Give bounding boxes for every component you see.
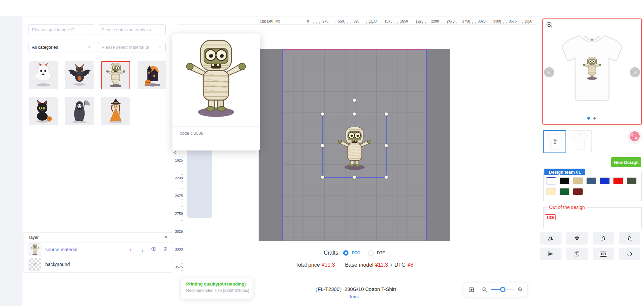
remove-background-button[interactable] (619, 248, 640, 260)
color-swatch-2[interactable] (559, 177, 570, 184)
color-swatch-4[interactable] (586, 177, 596, 184)
dtg-radio[interactable] (343, 250, 348, 256)
dtf-radio[interactable] (368, 250, 374, 256)
fit-to-screen-icon[interactable] (468, 287, 475, 293)
price-row: Total price ¥19.3 ： Base model ¥11.3 + D… (259, 261, 450, 268)
dtf-label[interactable]: DTF (377, 251, 385, 255)
color-swatch-8[interactable] (546, 188, 556, 195)
v-ruler-tick: 3300 (175, 247, 183, 251)
plus-dtg-label: + DTG (390, 262, 406, 268)
image-id-input[interactable] (28, 24, 95, 35)
selection-handle-nw[interactable] (321, 112, 324, 116)
translate-button[interactable]: 中 A (629, 130, 641, 142)
crafts-label: Crafts: (324, 250, 340, 256)
panel-scroll-thumb[interactable] (187, 147, 212, 218)
materials-search-input[interactable] (98, 24, 166, 35)
zoom-slider[interactable] (491, 287, 514, 292)
selection-handle-w[interactable] (321, 144, 324, 147)
h-ruler-tick: 3025 (478, 19, 485, 23)
material-thumb-haunted-pumpkin[interactable] (138, 61, 166, 89)
scissors-icon (547, 251, 554, 257)
h-ruler-tick: 0 (307, 19, 309, 23)
hd-icon: HD (600, 252, 607, 257)
magnify-preview-icon[interactable] (546, 21, 553, 29)
layer-label: source material (45, 247, 125, 252)
layer-visibility-icon[interactable] (148, 247, 159, 253)
color-swatch-10[interactable] (573, 188, 583, 195)
selection-handle-s[interactable] (353, 175, 356, 179)
layer-thumb-mummy (29, 243, 41, 256)
selection-handle-e[interactable] (384, 144, 388, 147)
flip-vertical-button[interactable] (566, 232, 588, 245)
selection-rotate-handle[interactable] (353, 98, 356, 102)
rotate-right-button[interactable] (619, 232, 640, 245)
layer-row-source-material[interactable]: source material ↑ ↓ (24, 242, 172, 257)
selection-handle-se[interactable] (384, 175, 388, 179)
material-thumb-witch-girl[interactable] (101, 97, 130, 125)
layer-panel-close-icon[interactable]: × (164, 234, 167, 241)
preview-prev-arrow[interactable] (544, 67, 554, 77)
h-ruler-tick: 1100 (369, 19, 377, 23)
header (0, 0, 644, 16)
grim-reaper-art (66, 98, 93, 124)
mummy-art (103, 62, 129, 88)
v-ruler-tick: 2750 (175, 212, 183, 216)
material-thumb-mummy-selected[interactable] (101, 61, 130, 89)
preview-dot-1[interactable] (587, 117, 590, 120)
new-design-button[interactable]: New Design (611, 157, 641, 167)
selection-box[interactable] (322, 114, 387, 178)
popup-mummy-art (182, 36, 250, 121)
size-warning-tag[interactable]: size (545, 214, 556, 220)
crafts-row: Crafts: DTG DTF (259, 250, 450, 256)
color-swatch-5[interactable] (600, 177, 610, 184)
layer-row-background[interactable]: × background (24, 257, 172, 272)
copy-button[interactable] (566, 248, 588, 260)
rotate-left-button[interactable] (593, 232, 614, 245)
zoom-in-icon[interactable] (517, 287, 523, 293)
shirt-thumb-back[interactable] (569, 130, 592, 153)
side-front-label[interactable]: front (259, 294, 450, 299)
ghost-devil-art (30, 62, 56, 88)
layer-label: background (45, 262, 70, 267)
material-thumb-black-cat[interactable] (29, 97, 58, 125)
material-tag-select[interactable]: Please select material ta (98, 42, 166, 52)
h-ruler-tick: 550 (338, 19, 344, 23)
h-ruler-tick: 1650 (400, 19, 408, 23)
dtg-label[interactable]: DTG (352, 251, 360, 255)
color-swatch-6[interactable] (613, 177, 623, 184)
material-code: code：3538 (180, 130, 203, 136)
color-swatch-1[interactable] (546, 177, 556, 184)
preview-dot-2[interactable] (593, 117, 596, 120)
preview-next-arrow[interactable] (630, 67, 640, 77)
zoom-slider-thumb[interactable] (500, 287, 505, 292)
chevron-down-icon (158, 45, 162, 49)
layer-delete-icon[interactable] (159, 246, 171, 253)
design-team-tag[interactable]: Design team 01 (544, 169, 585, 175)
dtg-price-value: ¥8 (408, 262, 414, 268)
selection-handle-n[interactable] (353, 112, 356, 116)
material-thumb-grim-reaper[interactable] (65, 97, 94, 125)
color-swatch-3[interactable] (573, 177, 583, 184)
layer-move-up-icon[interactable]: ↑ (125, 247, 137, 253)
flip-horizontal-button[interactable] (540, 232, 561, 245)
selection-handle-ne[interactable] (384, 112, 388, 116)
black-cat-art (30, 98, 56, 124)
copy-icon (574, 251, 580, 257)
zoom-out-icon[interactable] (482, 287, 488, 293)
h-ruler-tick: 275 (322, 19, 328, 23)
cut-button[interactable] (540, 248, 561, 260)
material-thumb-bat[interactable] (65, 61, 94, 89)
online-design-app: Online Design prev next clear Full Close… (0, 0, 644, 306)
selection-handle-sw[interactable] (321, 175, 324, 179)
canvas-zoom-bar (464, 282, 528, 297)
shirt-thumb-front[interactable] (543, 130, 566, 153)
category-select[interactable]: All categories (28, 42, 95, 52)
hd-button[interactable]: HD (593, 248, 614, 260)
layer-move-down-icon[interactable]: ↓ (137, 247, 148, 253)
flip-horizontal-icon (547, 235, 554, 242)
material-thumb-ghost-devil[interactable] (29, 61, 58, 89)
haunted-pumpkin-art (139, 62, 165, 88)
color-swatch-7[interactable] (627, 177, 637, 184)
h-ruler-tick: 3575 (509, 19, 517, 23)
color-swatch-9[interactable] (559, 188, 570, 195)
